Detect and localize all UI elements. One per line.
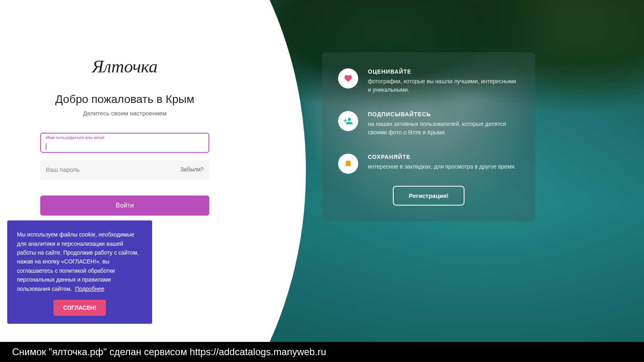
feature-row: ОЦЕНИВАЙТЕ фотографии, которые вы нашли … <box>338 68 519 94</box>
feature-desc: фотографии, которые вы нашли лучшими, ин… <box>368 77 519 94</box>
login-button[interactable]: Войти <box>40 195 209 216</box>
cookie-text: Мы используем файлы cookie, необходимые … <box>17 230 142 293</box>
register-button[interactable]: Регистрация! <box>393 186 465 206</box>
welcome-subtitle: Делитесь своим настроением <box>83 110 167 117</box>
username-group: Имя пользователя или email <box>40 133 209 153</box>
feature-row: ПОДПИСЫВАЙТЕСЬ на наших активных пользов… <box>338 111 519 137</box>
login-form: Имя пользователя или email Ваш пароль За… <box>40 133 209 216</box>
cookie-accept-button[interactable]: СОГЛАСЕН! <box>54 300 106 316</box>
heart-icon <box>338 68 358 88</box>
text-cursor <box>46 143 46 150</box>
feature-text: СОХРАНЯЙТЕ интересное в закладках, для п… <box>368 154 519 171</box>
feature-title: ПОДПИСЫВАЙТЕСЬ <box>368 111 519 117</box>
feature-row: СОХРАНЯЙТЕ интересное в закладках, для п… <box>338 154 519 174</box>
forgot-password-link[interactable]: Забыли? <box>180 166 204 173</box>
feature-desc: на наших активных пользователей, которые… <box>368 120 519 137</box>
feature-text: ПОДПИСЫВАЙТЕСЬ на наших активных пользов… <box>368 111 519 137</box>
feature-text: ОЦЕНИВАЙТЕ фотографии, которые вы нашли … <box>368 68 519 94</box>
brand-logo: Ялточка <box>92 56 157 77</box>
feature-title: ОЦЕНИВАЙТЕ <box>368 68 519 75</box>
bookmark-icon <box>338 154 358 174</box>
person-add-icon <box>338 111 358 131</box>
screenshot-caption-bar: Снимок "ялточка.рф" сделан сервисом http… <box>0 342 644 362</box>
features-card: ОЦЕНИВАЙТЕ фотографии, которые вы нашли … <box>322 52 535 222</box>
welcome-title: Добро пожаловать в Крым <box>55 93 194 106</box>
feature-desc: интересное в закладках, для просмотра в … <box>368 162 519 171</box>
cookie-message: Мы используем файлы cookie, необходимые … <box>17 231 139 292</box>
cookie-more-link[interactable]: Подробнее <box>75 286 105 292</box>
password-group: Ваш пароль Забыли? <box>40 160 209 180</box>
cookie-banner: Мы используем файлы cookie, необходимые … <box>7 220 152 324</box>
screenshot-caption-text: Снимок "ялточка.рф" сделан сервисом http… <box>12 346 326 358</box>
feature-title: СОХРАНЯЙТЕ <box>368 154 519 160</box>
username-label: Имя пользователя или email <box>46 135 104 140</box>
